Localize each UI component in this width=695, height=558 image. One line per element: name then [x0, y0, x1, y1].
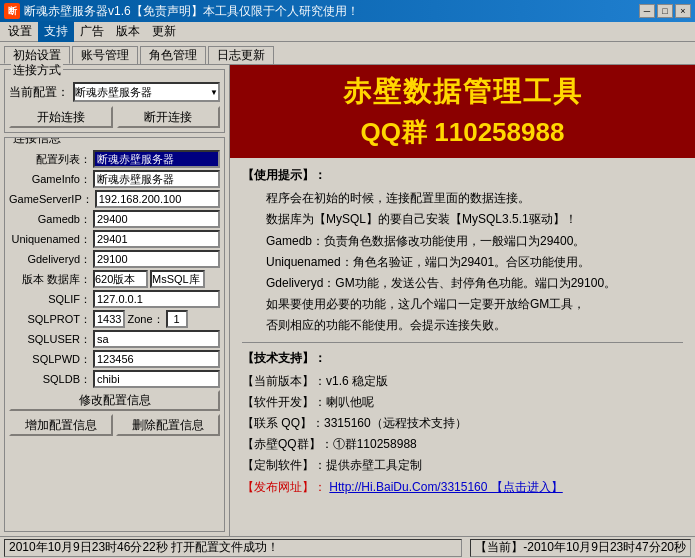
menu-settings[interactable]: 设置 — [2, 21, 38, 42]
status-right: 【当前】-2010年10月9日23时47分20秒 — [470, 539, 691, 557]
banner: 赤壁数据管理工具 QQ群 110258988 — [230, 65, 695, 158]
usage-tips-title: 【使用提示】： — [242, 166, 683, 185]
disconnect-button[interactable]: 断开连接 — [117, 106, 221, 128]
sqldb-label: SQLDB： — [9, 372, 91, 387]
sqlpwd-value: 123456 — [93, 350, 220, 368]
sqlpwd-row: SQLPWD： 123456 — [9, 350, 220, 368]
tech-support-title: 【技术支持】： — [242, 349, 683, 368]
website-link[interactable]: Http://Hi.BaiDu.Com/3315160 【点击进入】 — [329, 480, 562, 494]
minimize-button[interactable]: ─ — [639, 4, 655, 18]
config-list-label: 配置列表： — [9, 152, 91, 167]
tech-support: 【技术支持】： 【当前版本】：v1.6 稳定版 【软件开发】：喇叭他呢 【联系 … — [242, 349, 683, 497]
status-left: 2010年10月9日23时46分22秒 打开配置文件成功！ — [4, 539, 462, 557]
tab-role-management[interactable]: 角色管理 — [140, 46, 206, 64]
current-config-row: 当前配置： 断魂赤壁服务器 — [9, 82, 220, 102]
add-delete-row: 增加配置信息 删除配置信息 — [9, 414, 220, 436]
sqlprot-row: SQLPROT： 1433 Zone： — [9, 310, 220, 328]
tab-initial-setup[interactable]: 初始设置 — [4, 46, 70, 64]
app-icon: 断 — [4, 3, 20, 19]
usage-line-0: 程序会在初始的时候，连接配置里面的数据连接。 — [242, 189, 683, 208]
db-version-select[interactable]: 620版本 630版本 — [93, 270, 148, 288]
status-right-text: 【当前】-2010年10月9日23时47分20秒 — [475, 539, 686, 556]
db-version-label: 版本 数据库： — [9, 272, 91, 287]
menu-update[interactable]: 更新 — [146, 21, 182, 42]
banner-title: 赤壁数据管理工具 — [343, 73, 583, 111]
title-bar-buttons: ─ □ × — [639, 4, 691, 18]
gameserverip-value: 192.168.200.100 — [95, 190, 220, 208]
sqlprot-label: SQLPROT： — [9, 312, 91, 327]
menu-version[interactable]: 版本 — [110, 21, 146, 42]
gameinfo-value: 断魂赤壁服务器 — [93, 170, 220, 188]
gdeliveryd-value: 29100 — [93, 250, 220, 268]
usage-line-1: 数据库为【MySQL】的要自己安装【MySQL3.5.1驱动】！ — [242, 210, 683, 229]
zone-input[interactable] — [166, 310, 188, 328]
zone-label: Zone： — [127, 312, 163, 327]
sqlif-value: 127.0.0.1 — [93, 290, 220, 308]
connection-method-title: 连接方式 — [11, 62, 63, 79]
db-version-row: 版本 数据库： 620版本 630版本 MsSQL库 MySQL库 — [9, 270, 220, 288]
add-config-button[interactable]: 增加配置信息 — [9, 414, 113, 436]
tech-line-2: 【联系 QQ】：3315160（远程技术支持） — [242, 414, 683, 433]
maximize-button[interactable]: □ — [657, 4, 673, 18]
delete-config-button[interactable]: 删除配置信息 — [116, 414, 220, 436]
tech-line-1: 【软件开发】：喇叭他呢 — [242, 393, 683, 412]
connection-info-title: 连接信息 — [11, 137, 63, 147]
menu-ad[interactable]: 广告 — [74, 21, 110, 42]
menu-support[interactable]: 支持 — [38, 21, 74, 42]
connection-method-content: 当前配置： 断魂赤壁服务器 开始连接 断开连接 — [9, 82, 220, 128]
tab-log-update[interactable]: 日志更新 — [208, 46, 274, 64]
gameserverip-row: GameServerIP： 192.168.200.100 — [9, 190, 220, 208]
start-connect-button[interactable]: 开始连接 — [9, 106, 113, 128]
banner-qq: QQ群 110258988 — [361, 115, 565, 150]
gdeliveryd-label: Gdeliveryd： — [9, 252, 91, 267]
connect-buttons: 开始连接 断开连接 — [9, 106, 220, 128]
bottom-buttons: 修改配置信息 增加配置信息 删除配置信息 — [9, 390, 220, 436]
gameinfo-label: GameInfo： — [9, 172, 91, 187]
gamedb-value: 29400 — [93, 210, 220, 228]
sqluser-label: SQLUSER： — [9, 332, 91, 347]
left-panel: 连接方式 当前配置： 断魂赤壁服务器 开始连接 断开连接 连接信息 — [0, 65, 230, 536]
title-bar: 断 断魂赤壁服务器v1.6【免责声明】本工具仅限于个人研究使用！ ─ □ × — [0, 0, 695, 22]
gdeliveryd-row: Gdeliveryd： 29100 — [9, 250, 220, 268]
modify-config-button[interactable]: 修改配置信息 — [9, 390, 220, 411]
sqlif-label: SQLIF： — [9, 292, 91, 307]
tabs-bar: 初始设置 账号管理 角色管理 日志更新 — [0, 42, 695, 64]
tech-line-5: 【发布网址】： Http://Hi.BaiDu.Com/3315160 【点击进… — [242, 478, 683, 497]
tech-line-4: 【定制软件】：提供赤壁工具定制 — [242, 456, 683, 475]
config-list-value: 断魂赤壁服务器 — [93, 150, 220, 168]
window-title: 断魂赤壁服务器v1.6【免责声明】本工具仅限于个人研究使用！ — [24, 3, 359, 20]
sqluser-value: sa — [93, 330, 220, 348]
close-button[interactable]: × — [675, 4, 691, 18]
tech-line-3: 【赤壁QQ群】：①群110258988 — [242, 435, 683, 454]
sqldb-value: chibi — [93, 370, 220, 388]
connection-info-fields: 配置列表： 断魂赤壁服务器 GameInfo： 断魂赤壁服务器 GameServ… — [9, 150, 220, 388]
connection-method-group: 连接方式 当前配置： 断魂赤壁服务器 开始连接 断开连接 — [4, 69, 225, 133]
status-bar: 2010年10月9日23时46分22秒 打开配置文件成功！ 【当前】-2010年… — [0, 536, 695, 558]
gameinfo-row: GameInfo： 断魂赤壁服务器 — [9, 170, 220, 188]
uniquenamed-row: Uniquenamed： 29401 — [9, 230, 220, 248]
sqldb-row: SQLDB： chibi — [9, 370, 220, 388]
sqlpwd-label: SQLPWD： — [9, 352, 91, 367]
usage-line-2: Gamedb：负责角色数据修改功能使用，一般端口为29400。 — [242, 232, 683, 251]
sqluser-row: SQLUSER： sa — [9, 330, 220, 348]
title-bar-left: 断 断魂赤壁服务器v1.6【免责声明】本工具仅限于个人研究使用！ — [4, 3, 359, 20]
tech-line-5-text: 【发布网址】： — [242, 480, 326, 494]
gamedb-label: Gamedb： — [9, 212, 91, 227]
config-list-row: 配置列表： 断魂赤壁服务器 — [9, 150, 220, 168]
status-left-text: 2010年10月9日23时46分22秒 打开配置文件成功！ — [9, 539, 279, 556]
usage-line-6: 否则相应的功能不能使用。会提示连接失败。 — [242, 316, 683, 335]
db-type-select[interactable]: MsSQL库 MySQL库 — [150, 270, 205, 288]
tech-line-0: 【当前版本】：v1.6 稳定版 — [242, 372, 683, 391]
current-config-select[interactable]: 断魂赤壁服务器 — [73, 82, 220, 102]
uniquenamed-value: 29401 — [93, 230, 220, 248]
connection-info-group: 连接信息 配置列表： 断魂赤壁服务器 GameInfo： 断魂赤壁服务器 Gam… — [4, 137, 225, 532]
current-config-label: 当前配置： — [9, 84, 69, 101]
main-content: 连接方式 当前配置： 断魂赤壁服务器 开始连接 断开连接 连接信息 — [0, 64, 695, 536]
gamedb-row: Gamedb： 29400 — [9, 210, 220, 228]
gameserverip-label: GameServerIP： — [9, 192, 93, 207]
uniquenamed-label: Uniquenamed： — [9, 232, 91, 247]
menu-bar: 设置 支持 广告 版本 更新 — [0, 22, 695, 42]
tab-account-management[interactable]: 账号管理 — [72, 46, 138, 64]
usage-line-5: 如果要使用必要的功能，这几个端口一定要开放给GM工具， — [242, 295, 683, 314]
usage-line-4: Gdeliveryd：GM功能，发送公告、封停角色功能。端口为29100。 — [242, 274, 683, 293]
